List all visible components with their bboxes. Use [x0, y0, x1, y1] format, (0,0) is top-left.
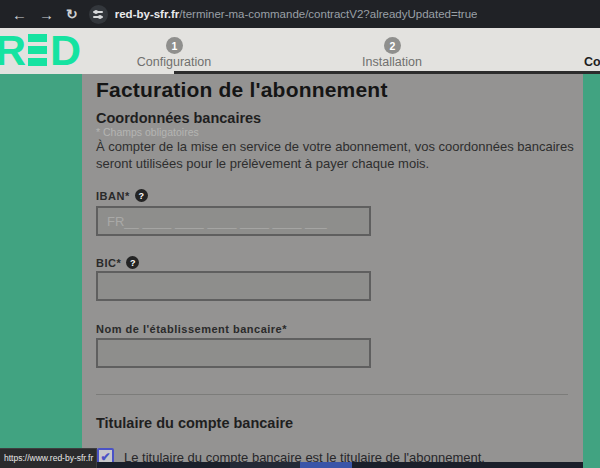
iban-input[interactable]	[96, 206, 371, 236]
bic-label: BIC*	[96, 257, 121, 269]
tune-slider-icon	[93, 16, 103, 18]
logo-letter-r: R	[0, 32, 24, 68]
iban-label-row: IBAN* ?	[96, 189, 148, 202]
billing-intro-text: À compter de la mise en service de votre…	[96, 138, 574, 172]
account-holder-heading: Titulaire du compte bancaire	[96, 415, 293, 431]
bic-input[interactable]	[96, 271, 371, 301]
url-domain: red-by-sfr.fr	[115, 8, 180, 20]
bank-details-heading: Coordonnées bancaires	[96, 110, 261, 126]
bank-name-input[interactable]	[96, 338, 371, 368]
step-circle-installation[interactable]: 2	[384, 37, 401, 54]
step-label-configuration[interactable]: Configuration	[104, 55, 244, 69]
screen: ← → ↻ red-by-sfr.fr/terminer-ma-commande…	[0, 0, 600, 468]
site-header: R D 1 2 Configuration Installation Co	[0, 28, 600, 74]
address-bar[interactable]: red-by-sfr.fr/terminer-ma-commande/contr…	[115, 8, 478, 20]
iban-label: IBAN*	[96, 190, 130, 202]
step-circle-configuration[interactable]: 1	[166, 37, 183, 54]
forward-icon[interactable]: →	[39, 7, 54, 22]
tune-slider-icon	[93, 11, 103, 13]
link-preview-tooltip: https://www.red-by-sfr.fr	[0, 448, 97, 468]
bic-label-row: BIC* ?	[96, 256, 139, 269]
page-title: Facturation de l'abonnement	[96, 78, 388, 102]
step-label-next-partial[interactable]: Co	[584, 55, 600, 69]
billing-card: Facturation de l'abonnement Coordonnées …	[82, 74, 583, 468]
section-divider	[96, 394, 568, 395]
browser-toolbar: ← → ↻ red-by-sfr.fr/terminer-ma-commande…	[0, 0, 600, 28]
required-fields-note: * Champs obligatoires	[96, 126, 199, 138]
logo-letter-d: D	[50, 32, 79, 68]
bic-help-icon[interactable]: ?	[126, 256, 139, 269]
bank-name-label: Nom de l'établissement bancaire*	[96, 323, 287, 335]
site-info-icon[interactable]	[89, 5, 108, 24]
bank-name-label-row: Nom de l'établissement bancaire*	[96, 323, 287, 335]
reload-icon[interactable]: ↻	[66, 7, 78, 21]
step-label-installation[interactable]: Installation	[322, 55, 462, 69]
page-background: Facturation de l'abonnement Coordonnées …	[0, 74, 600, 468]
bottom-strip-segment	[230, 462, 300, 468]
iban-help-icon[interactable]: ?	[135, 189, 148, 202]
red-logo[interactable]: R D	[0, 30, 79, 70]
bottom-strip-segment	[300, 462, 352, 468]
logo-letter-e-bars	[28, 34, 47, 66]
url-path: /terminer-ma-commande/contractV2?already…	[179, 8, 477, 20]
back-icon[interactable]: ←	[12, 7, 27, 22]
